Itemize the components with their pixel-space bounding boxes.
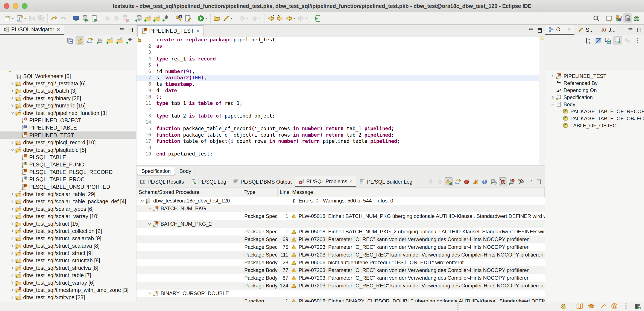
chevron-right-icon[interactable] (9, 244, 16, 248)
code-line-14[interactable]: 14 (136, 119, 544, 125)
fwd-star-button[interactable]: * (276, 13, 284, 23)
problems-row[interactable]: FBINARY_CURSOR_DOUBLE (136, 290, 544, 297)
chevron-down-icon[interactable] (549, 102, 556, 107)
chevron-right-icon[interactable] (9, 266, 16, 270)
chevron-right-icon[interactable] (549, 74, 556, 78)
monitor-button[interactable] (72, 13, 81, 23)
dropdown-arrow-icon[interactable] (205, 16, 207, 20)
tab-pl-sql-problems[interactable]: PL/SQL Problems× (295, 176, 356, 187)
tree-item-dbw-test-sql-struct-table-7[interactable]: dbw_test_sql/struct_table [7] (0, 272, 136, 279)
code-line-4[interactable]: 4type rec_1 is record (136, 55, 544, 62)
chevron-right-icon[interactable] (9, 207, 16, 211)
dots-v-button[interactable] (633, 36, 642, 45)
code-line-1[interactable]: 1create or replace package pipelined_tes… (136, 36, 544, 43)
dropdown-arrow-icon[interactable] (246, 16, 249, 20)
code-editor[interactable]: 1create or replace package pipelined_tes… (136, 36, 544, 165)
tree-item-dbw-test-sql-batch-3[interactable]: dbw_test_sql/batch [3] (0, 87, 136, 95)
tree-item-dbw-test-sql-struct-scalarva-8[interactable]: dbw_test_sql/struct_scalarva [8] (0, 242, 136, 250)
tab-pl-sql-results[interactable]: PL/SQL Results (136, 176, 188, 187)
outline-item-specification[interactable]: Specification (545, 94, 644, 101)
tree-item-plsql-table[interactable]: PLSQL_TABLE (0, 154, 136, 161)
minimize-editor-button[interactable] (528, 28, 534, 33)
tree-item-dbw-test-sql-plsql-record-10[interactable]: dbw_test_sql/plsql_record [10] (0, 139, 136, 146)
tree-item-dbw-test-sql-testdata-6[interactable]: dbw_test_sql/_testdata [6] (0, 80, 136, 87)
chevron-right-icon[interactable] (9, 288, 16, 293)
tree-item-dbw-test-sql-xmltype-23[interactable]: dbw_test_sql/xmltype [23] (0, 294, 136, 301)
collapse-all-button[interactable] (66, 36, 74, 45)
tab-plsql-navigator[interactable]: PL/SQL Navigator × (0, 25, 64, 35)
problems-row[interactable]: BATCH_NUM_PKG (136, 205, 544, 212)
chevron-right-icon[interactable] (9, 140, 16, 145)
problems-row[interactable]: Package Body77PLW-07203: Parameter "O_RE… (136, 266, 544, 274)
chevron-right-icon[interactable] (9, 251, 16, 256)
filter-off-button[interactable] (594, 36, 602, 45)
warn-add-button[interactable] (444, 177, 453, 186)
chevron-right-icon[interactable] (9, 221, 16, 226)
add-folder-button[interactable] (115, 36, 124, 45)
code-line-19[interactable]: 19end pipelined_test; (136, 151, 544, 157)
tree-item-dbw-test-sql-scalar-table-package-def-4[interactable]: dbw_test_sql/scalar_table_package_def [4… (0, 198, 136, 205)
chevron-down-icon[interactable] (146, 291, 153, 296)
chevron-right-icon[interactable] (9, 199, 16, 204)
problems-row[interactable]: Package Spec1PLW-05018: Einheit BATCH_NU… (136, 228, 544, 236)
tab-body[interactable]: Body (175, 167, 196, 175)
minimize-view-button[interactable] (119, 27, 125, 33)
warn-off-button[interactable] (472, 177, 480, 186)
tab-pl-sql-dbms-output[interactable]: PL/SQL DBMS Output (230, 176, 295, 187)
dropdown-arrow-icon[interactable] (24, 16, 26, 20)
column-header-line[interactable]: Line (278, 187, 290, 197)
tree-item-dbw-test-sql-numeric-15[interactable]: dbw_test_sql/numeric [15] (0, 102, 136, 109)
back-star-button[interactable]: * (266, 13, 276, 23)
tree-item-dbw-test-sql-struct-structtab-8[interactable]: dbw_test_sql/struct_structtab [8] (0, 257, 136, 264)
chevron-right-icon[interactable] (9, 229, 16, 233)
code-line-7[interactable]: 7s varchar2(100), (136, 75, 544, 81)
code-line-18[interactable]: 18 (136, 144, 544, 151)
tree-item-dbw-test-sql-struct-structva-8[interactable]: dbw_test_sql/struct_structva [8] (0, 264, 136, 272)
code-line-9[interactable]: 9d date (136, 87, 544, 94)
code-line-3[interactable]: 3 (136, 49, 544, 55)
star-circle-button[interactable] (611, 303, 618, 311)
code-line-15[interactable]: 15function package_table_of_record(i_cou… (136, 125, 544, 132)
code-line-11[interactable]: 11type tab_1 is table of rec_1; (136, 100, 544, 106)
chevron-down-icon[interactable] (9, 111, 16, 115)
drag-handle-icon[interactable] (454, 303, 462, 310)
code-line-5[interactable]: 5( (136, 62, 544, 68)
tree-item-plsql-table-unsupported[interactable]: PLSQL_TABLE_UNSUPPORTED (0, 183, 136, 190)
code-line-6[interactable]: 6id number(9), (136, 68, 544, 75)
dropdown-arrow-icon[interactable] (305, 16, 308, 20)
dots-grip-icon[interactable] (454, 303, 462, 310)
add-folder-button[interactable] (105, 36, 114, 45)
outline-item-package-table-of-record[interactable]: FPACKAGE_TABLE_OF_RECORD (545, 108, 644, 115)
close-icon[interactable]: × (567, 26, 571, 33)
error-off-button[interactable] (462, 177, 471, 186)
tab-specification[interactable]: Specification (137, 167, 175, 175)
code-line-8[interactable]: 8ts timestamp, (136, 81, 544, 87)
add-db-button[interactable] (95, 36, 104, 45)
chevron-down-icon[interactable] (9, 148, 16, 152)
dropdown-arrow-icon[interactable] (230, 16, 233, 20)
add-db-button[interactable] (134, 13, 143, 23)
info-off-button[interactable]: i (481, 177, 489, 186)
chevron-right-icon[interactable] (9, 258, 16, 263)
tab-outline-0[interactable]: O...× (545, 25, 574, 35)
wand-button[interactable] (599, 303, 606, 311)
file-pen-button[interactable] (183, 13, 192, 23)
run-green-button[interactable] (196, 13, 208, 23)
chevron-right-icon[interactable] (9, 192, 16, 196)
tree-item-dbw-test-sql-struct-varray-6[interactable]: dbw_test_sql/struct_varray [6] (0, 279, 136, 286)
key-file-button[interactable]: i (174, 13, 183, 23)
chevron-right-icon[interactable] (9, 81, 16, 86)
outline-item-depending-on[interactable]: Depending On (545, 87, 644, 94)
tree-item-plsql-table-proc[interactable]: PPLSQL_TABLE_PROC (0, 176, 136, 183)
tab-pl-sql-builder-log[interactable]: PL/SQL Builder Log (356, 176, 416, 187)
file-run-button[interactable] (90, 13, 99, 23)
tree-item-dbw-test-sql-binary-28[interactable]: dbw_test_sql/binary [28] (0, 95, 136, 102)
outline-item-pipelined-test[interactable]: PIPELINED_TEST (545, 72, 644, 80)
chevron-down-icon[interactable] (146, 222, 153, 226)
chevron-right-icon[interactable] (9, 236, 16, 241)
tab-outline-2[interactable]: JUJ... (597, 25, 619, 35)
new-wizard-button[interactable] (3, 13, 15, 23)
grad-cap-button[interactable] (588, 303, 595, 311)
outline-item-body[interactable]: Body (545, 101, 644, 108)
problems-row[interactable]: dbw_test@ora18c_dbw_test_120ΣErrors: 0 -… (136, 197, 544, 205)
